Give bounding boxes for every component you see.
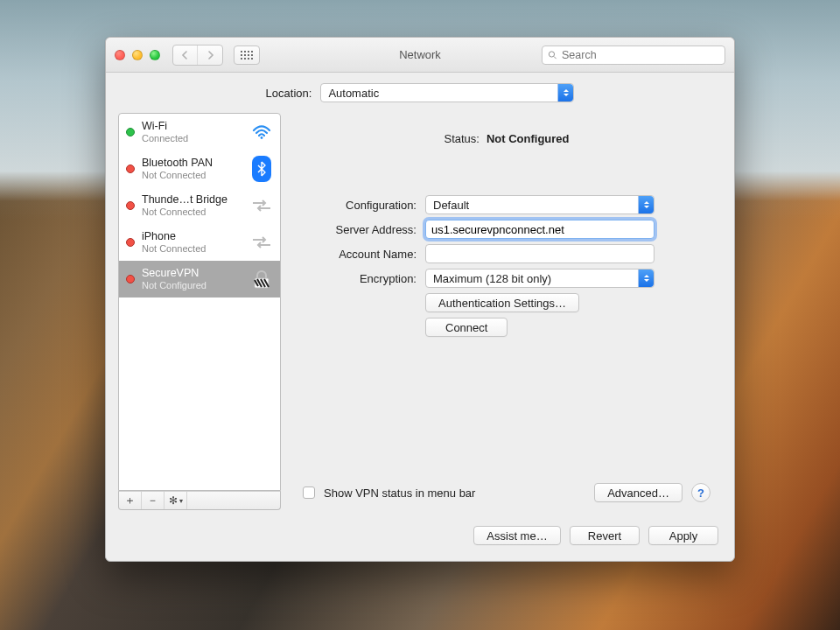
- select-arrows-icon: [638, 196, 654, 214]
- assist-me-button[interactable]: Assist me…: [473, 526, 561, 545]
- service-status: Connected: [142, 133, 188, 144]
- sidebar-toolbar: ＋ － ✻▾: [118, 491, 281, 510]
- connect-button[interactable]: Connect: [425, 318, 508, 337]
- sidebar-item-thunderbolt-bridge[interactable]: Thunde…t Bridge Not Connected: [119, 187, 280, 224]
- status-dot-icon: [126, 201, 135, 210]
- service-status: Not Connected: [142, 206, 228, 218]
- status-label: Status:: [444, 132, 479, 145]
- service-status: Not Connected: [142, 170, 213, 181]
- authentication-settings-button[interactable]: Authentication Settings…: [425, 293, 579, 312]
- ethernet-sync-icon: [250, 231, 273, 254]
- select-arrows-icon: [557, 84, 573, 102]
- server-address-input[interactable]: [425, 220, 654, 239]
- sidebar-item-iphone[interactable]: iPhone Not Connected: [119, 224, 280, 261]
- remove-service-button[interactable]: －: [142, 492, 164, 509]
- chevron-left-icon: [181, 51, 189, 60]
- window-minimize-button[interactable]: [132, 50, 143, 60]
- service-status: Not Connected: [142, 243, 206, 255]
- sidebar-item-securevpn[interactable]: SecureVPN Not Configured: [119, 261, 280, 298]
- svg-line-1: [554, 56, 556, 59]
- chevron-down-icon: ▾: [179, 497, 183, 505]
- configuration-value: Default: [433, 199, 469, 212]
- sidebar-item-bluetooth[interactable]: Bluetooth PAN Not Connected: [119, 150, 280, 187]
- service-name: iPhone: [142, 230, 206, 242]
- service-status: Not Configured: [142, 280, 206, 291]
- service-name: Thunde…t Bridge: [142, 193, 228, 206]
- show-vpn-status-label: Show VPN status in menu bar: [324, 486, 475, 500]
- svg-point-2: [261, 136, 263, 139]
- server-address-label: Server Address:: [303, 223, 425, 236]
- location-row: Location: Automatic: [106, 73, 734, 113]
- location-label: Location:: [266, 87, 312, 100]
- ethernet-sync-icon: [250, 194, 273, 217]
- status-dot-icon: [126, 164, 135, 173]
- apply-button[interactable]: Apply: [648, 526, 718, 545]
- nav-button-group: [172, 45, 223, 66]
- svg-point-0: [549, 51, 554, 56]
- forward-button[interactable]: [198, 46, 222, 65]
- window-title: Network: [399, 48, 441, 61]
- service-name: Wi-Fi: [142, 120, 188, 132]
- location-select[interactable]: Automatic: [320, 83, 574, 102]
- network-service-list: Wi-Fi Connected Bluetooth PAN Not Connec…: [118, 113, 281, 491]
- revert-button[interactable]: Revert: [570, 526, 640, 545]
- window-zoom-button[interactable]: [150, 50, 160, 60]
- status-value: Not Configured: [486, 132, 570, 145]
- grid-icon: [241, 51, 253, 60]
- back-button[interactable]: [173, 46, 198, 65]
- desktop-wallpaper: Network Location: Automatic: [0, 0, 840, 630]
- bluetooth-icon: [250, 158, 273, 180]
- content-area: Wi-Fi Connected Bluetooth PAN Not Connec…: [106, 113, 734, 521]
- search-icon: [548, 50, 557, 60]
- chevron-right-icon: [206, 51, 214, 60]
- account-name-label: Account Name:: [303, 248, 425, 261]
- gear-icon: ✻: [169, 494, 178, 507]
- window-footer: Assist me… Revert Apply: [106, 521, 734, 561]
- vpn-lock-icon: [250, 268, 273, 290]
- encryption-label: Encryption:: [303, 272, 425, 285]
- help-button[interactable]: ?: [691, 483, 710, 502]
- search-input[interactable]: [562, 49, 719, 61]
- show-all-button[interactable]: [234, 46, 260, 65]
- service-name: Bluetooth PAN: [142, 157, 213, 169]
- sidebar-item-wifi[interactable]: Wi-Fi Connected: [119, 114, 280, 150]
- network-preferences-window: Network Location: Automatic: [105, 37, 735, 562]
- configuration-select[interactable]: Default: [425, 195, 654, 214]
- location-value: Automatic: [328, 87, 379, 100]
- service-name: SecureVPN: [142, 267, 206, 279]
- select-arrows-icon: [638, 270, 654, 287]
- encryption-select[interactable]: Maximum (128 bit only): [425, 269, 654, 288]
- wifi-icon: [250, 121, 273, 144]
- search-field[interactable]: [542, 46, 725, 65]
- status-dot-icon: [126, 238, 135, 247]
- action-menu-button[interactable]: ✻▾: [164, 492, 187, 509]
- add-service-button[interactable]: ＋: [119, 492, 142, 509]
- advanced-button[interactable]: Advanced…: [594, 483, 682, 502]
- service-detail-panel: Status: Not Configured Configuration: De…: [291, 113, 722, 510]
- configuration-label: Configuration:: [303, 199, 425, 212]
- show-vpn-status-checkbox[interactable]: [303, 486, 315, 499]
- window-titlebar: Network: [106, 38, 734, 73]
- status-dot-icon: [126, 128, 135, 136]
- window-close-button[interactable]: [115, 50, 125, 60]
- window-traffic-lights: [115, 50, 160, 60]
- network-list-sidebar: Wi-Fi Connected Bluetooth PAN Not Connec…: [118, 113, 281, 510]
- account-name-input[interactable]: [425, 244, 654, 263]
- status-dot-icon: [126, 275, 135, 284]
- encryption-value: Maximum (128 bit only): [433, 272, 551, 285]
